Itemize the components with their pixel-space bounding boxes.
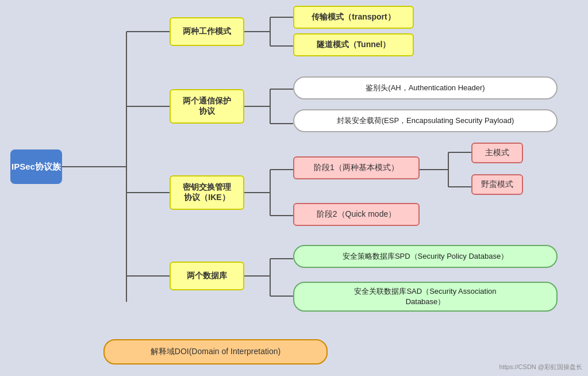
l1-label-2: 密钥交换管理 协议（IKE） xyxy=(183,182,231,203)
root-label: IPSec协议族 xyxy=(11,162,61,172)
l2-label-2-1: 阶段2（Quick mode） xyxy=(317,209,396,220)
l1-node-2: 密钥交换管理 协议（IKE） xyxy=(170,175,244,210)
l2-node-0-0: 传输模式（transport） xyxy=(293,6,414,29)
l2-sub-label-1: 野蛮模式 xyxy=(481,179,513,190)
l2-label-3-0: 安全策略数据库SPD（Security Policy Database） xyxy=(343,251,508,262)
l2-node-0-1: 隧道模式（Tunnel） xyxy=(293,33,414,56)
l2-label-1-1: 封装安全载荷(ESP，Encapsulating Security Payloa… xyxy=(337,116,514,126)
watermark: https://CSDN @彩虹国操盘长 xyxy=(499,363,582,371)
l2-sub-node-0: 主模式 xyxy=(471,143,523,163)
l1-node-1: 两个通信保护 协议 xyxy=(170,89,244,124)
l2-node-2-0: 阶段1（两种基本模式） xyxy=(293,156,420,179)
l2-node-2-1: 阶段2（Quick mode） xyxy=(293,203,420,226)
l2-sub-label-0: 主模式 xyxy=(485,148,509,158)
l1-node-3: 两个数据库 xyxy=(170,262,244,290)
l1-node-0: 两种工作模式 xyxy=(170,17,244,46)
l2-sub-node-1: 野蛮模式 xyxy=(471,174,523,195)
l2-node-1-1: 封装安全载荷(ESP，Encapsulating Security Payloa… xyxy=(293,109,558,132)
l1-label-1: 两个通信保护 协议 xyxy=(183,96,231,117)
l2-node-3-1: 安全关联数据库SAD（Security Association Database… xyxy=(293,282,558,312)
l2-label-3-1: 安全关联数据库SAD（Security Association Database… xyxy=(354,286,496,307)
l2-label-0-1: 隧道模式（Tunnel） xyxy=(317,40,391,50)
l1-label-3: 两个数据库 xyxy=(187,271,227,281)
l2-label-2-0: 阶段1（两种基本模式） xyxy=(314,163,399,173)
l2-node-3-0: 安全策略数据库SPD（Security Policy Database） xyxy=(293,245,558,268)
l2-node-1-0: 鉴别头(AH，Authentication Header) xyxy=(293,76,558,99)
bottom-label: 解释域DOI(Domain of Interpretation) xyxy=(151,347,280,357)
l1-label-0: 两种工作模式 xyxy=(183,26,231,37)
diagram-container: IPSec协议族 两种工作模式 两个通信保护 协议 密钥交换管理 协议（IKE）… xyxy=(0,0,588,376)
root-node: IPSec协议族 xyxy=(10,149,62,184)
bottom-node: 解释域DOI(Domain of Interpretation) xyxy=(103,339,328,365)
l2-label-1-0: 鉴别头(AH，Authentication Header) xyxy=(366,83,485,93)
l2-label-0-0: 传输模式（transport） xyxy=(312,12,395,22)
